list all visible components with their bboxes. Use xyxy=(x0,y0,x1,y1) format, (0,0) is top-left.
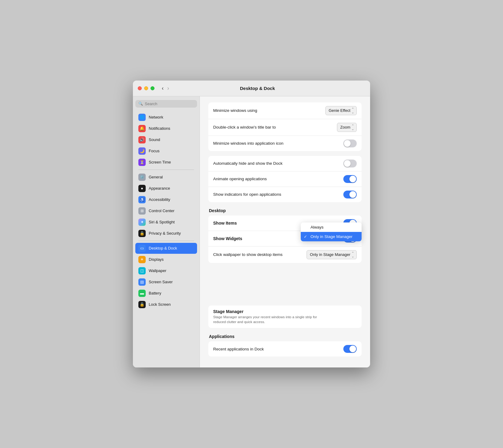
chevron-updown-icon-3: ⌃⌄ xyxy=(352,251,354,258)
controlcenter-icon: ⊞ xyxy=(138,207,146,215)
stage-manager-group: Stage Manager Stage Manager arranges you… xyxy=(208,305,362,328)
notifications-icon: 🔔 xyxy=(138,125,146,132)
double-click-label: Double-click a window's title bar to xyxy=(213,125,276,129)
recent-apps-label: Recent applications in Dock xyxy=(213,347,264,351)
sidebar-item-appearance[interactable]: ●Appearance xyxy=(135,183,197,194)
screentime-icon: ⏳ xyxy=(138,159,146,166)
sidebar-items: 🌐Network🔔Notifications🔊Sound🌙Focus⏳Scree… xyxy=(135,112,197,310)
sidebar-item-label-siri: Siri & Spotlight xyxy=(149,220,175,224)
system-preferences-window: ‹ › Desktop & Dock 🔍 🌐Network🔔Notificati… xyxy=(133,81,370,367)
minimize-windows-select[interactable]: Genie Effect ⌃⌄ xyxy=(325,106,357,115)
general-icon: ⚙️ xyxy=(138,174,146,181)
show-indicators-row: Show indicators for open applications xyxy=(208,187,362,202)
search-input[interactable] xyxy=(145,102,194,106)
accessibility-icon: ♿ xyxy=(138,196,146,203)
applications-section-header: Applications xyxy=(209,334,362,339)
click-wallpaper-select[interactable]: Only in Stage Manager ⌃⌄ xyxy=(307,250,357,259)
sidebar-item-focus[interactable]: 🌙Focus xyxy=(135,146,197,157)
close-button[interactable] xyxy=(138,86,142,90)
desktop-section-header: Desktop xyxy=(209,208,362,213)
dropdown-item-stage-manager[interactable]: ✓ Only in Stage Manager xyxy=(301,232,362,241)
dropdown-item-always[interactable]: Always xyxy=(301,222,362,232)
sidebar-item-controlcenter[interactable]: ⊞Control Center xyxy=(135,205,197,216)
sidebar-item-label-general: General xyxy=(149,175,163,179)
forward-button[interactable]: › xyxy=(166,85,170,91)
dropdown-popup: Always ✓ Only in Stage Manager xyxy=(301,222,362,241)
sidebar-item-label-appearance: Appearance xyxy=(149,186,170,191)
sidebar-item-label-network: Network xyxy=(149,115,163,119)
privacy-icon: 🔒 xyxy=(138,230,146,237)
sidebar-item-label-controlcenter: Control Center xyxy=(149,208,175,213)
minimize-icon-label: Minimize windows into application icon xyxy=(213,141,283,146)
sidebar-item-label-lockscreen: Lock Screen xyxy=(149,302,171,307)
sidebar-item-label-displays: Displays xyxy=(149,257,164,262)
sidebar-item-label-screensaver: Screen Saver xyxy=(149,280,173,284)
sidebar-item-displays[interactable]: ☀Displays xyxy=(135,254,197,265)
show-indicators-toggle[interactable] xyxy=(343,191,357,198)
sidebar-item-label-desktop: Desktop & Dock xyxy=(149,246,177,250)
show-widgets-label: Show Widgets xyxy=(213,236,242,241)
show-items-label: Show Items xyxy=(213,221,237,226)
main-content: 🔍 🌐Network🔔Notifications🔊Sound🌙Focus⏳Scr… xyxy=(133,96,370,367)
chevron-updown-icon: ⌃⌄ xyxy=(352,107,354,114)
maximize-button[interactable] xyxy=(151,86,154,90)
sidebar-item-screentime[interactable]: ⏳Screen Time xyxy=(135,157,197,168)
animate-opening-label: Animate opening applications xyxy=(213,177,267,181)
minimize-icon-row: Minimize windows into application icon xyxy=(208,136,362,151)
double-click-select[interactable]: Zoom ⌃⌄ xyxy=(337,123,357,132)
sidebar-item-network[interactable]: 🌐Network xyxy=(135,112,197,123)
animate-opening-toggle[interactable] xyxy=(343,175,357,183)
sidebar: 🔍 🌐Network🔔Notifications🔊Sound🌙Focus⏳Scr… xyxy=(133,96,200,367)
stage-manager-row: Stage Manager Stage Manager arranges you… xyxy=(208,305,362,328)
back-button[interactable]: ‹ xyxy=(161,85,165,91)
sidebar-item-sound[interactable]: 🔊Sound xyxy=(135,134,197,145)
minimize-button[interactable] xyxy=(144,86,148,90)
screensaver-icon: ▤ xyxy=(138,278,146,286)
recent-apps-toggle[interactable] xyxy=(343,345,357,353)
sound-icon: 🔊 xyxy=(138,136,146,143)
window-title: Desktop & Dock xyxy=(174,86,341,91)
stage-manager-content: Stage Manager Stage Manager arranges you… xyxy=(213,309,329,324)
check-icon: ✓ xyxy=(304,234,307,239)
minimize-windows-row: Minimize windows using Genie Effect ⌃⌄ xyxy=(208,102,362,119)
search-icon: 🔍 xyxy=(138,102,143,106)
sidebar-item-battery[interactable]: ▬Battery xyxy=(135,288,197,299)
focus-icon: 🌙 xyxy=(138,147,146,155)
displays-icon: ☀ xyxy=(138,256,146,263)
minimize-windows-label: Minimize windows using xyxy=(213,108,257,113)
sidebar-divider xyxy=(138,241,194,241)
sidebar-item-screensaver[interactable]: ▤Screen Saver xyxy=(135,277,197,288)
title-bar: ‹ › Desktop & Dock xyxy=(133,81,370,96)
sidebar-item-general[interactable]: ⚙️General xyxy=(135,172,197,183)
click-wallpaper-label: Click wallpaper to show desktop items xyxy=(213,252,283,257)
dropdown-item-always-label: Always xyxy=(310,225,324,229)
sidebar-item-notifications[interactable]: 🔔Notifications xyxy=(135,123,197,134)
stage-manager-description: Stage Manager arranges your recent windo… xyxy=(213,315,329,324)
sidebar-item-lockscreen[interactable]: 🔒Lock Screen xyxy=(135,299,197,310)
sidebar-item-label-accessibility: Accessibility xyxy=(149,197,170,202)
sidebar-item-label-wallpaper: Wallpaper xyxy=(149,268,166,273)
animate-opening-row: Animate opening applications xyxy=(208,171,362,187)
auto-hide-row: Automatically hide and show the Dock xyxy=(208,156,362,171)
show-indicators-label: Show indicators for open applications xyxy=(213,192,281,197)
auto-hide-label: Automatically hide and show the Dock xyxy=(213,161,283,166)
sidebar-divider xyxy=(138,170,194,170)
auto-hide-toggle[interactable] xyxy=(343,160,357,167)
nav-buttons: ‹ › xyxy=(161,85,170,91)
sidebar-item-accessibility[interactable]: ♿Accessibility xyxy=(135,194,197,205)
traffic-lights xyxy=(138,86,154,90)
minimize-icon-toggle[interactable] xyxy=(343,140,357,147)
sidebar-item-label-sound: Sound xyxy=(149,137,160,142)
sidebar-item-label-screentime: Screen Time xyxy=(149,160,171,164)
sidebar-item-label-notifications: Notifications xyxy=(149,126,170,131)
sidebar-item-desktop[interactable]: ▭Desktop & Dock xyxy=(135,243,197,254)
chevron-updown-icon-2: ⌃⌄ xyxy=(352,124,354,131)
desktop-icon: ▭ xyxy=(138,245,146,252)
sidebar-item-wallpaper[interactable]: ◫Wallpaper xyxy=(135,265,197,276)
sidebar-item-siri[interactable]: ✦Siri & Spotlight xyxy=(135,217,197,228)
content-area: Minimize windows using Genie Effect ⌃⌄ D… xyxy=(200,96,370,367)
sidebar-item-privacy[interactable]: 🔒Privacy & Security xyxy=(135,228,197,239)
search-bar[interactable]: 🔍 xyxy=(135,100,197,108)
sidebar-item-label-focus: Focus xyxy=(149,149,159,153)
dock-settings-group-2: Automatically hide and show the Dock Ani… xyxy=(208,156,362,202)
